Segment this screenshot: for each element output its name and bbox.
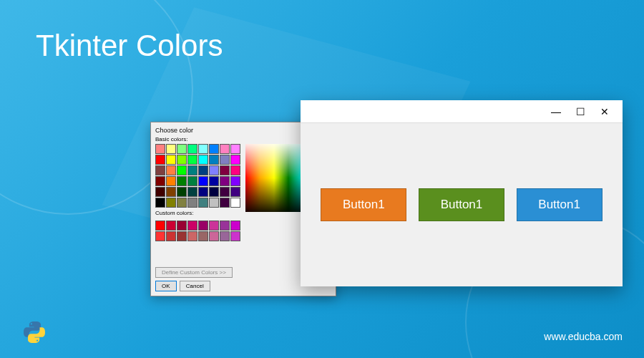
- color-swatch[interactable]: [166, 198, 176, 208]
- color-swatch[interactable]: [209, 187, 219, 197]
- custom-color-swatch[interactable]: [198, 231, 208, 241]
- color-swatch[interactable]: [187, 155, 197, 165]
- custom-color-swatch[interactable]: [155, 221, 165, 231]
- color-swatch[interactable]: [166, 187, 176, 197]
- window-titlebar: — ☐ ✕: [301, 100, 623, 123]
- color-swatch[interactable]: [230, 198, 240, 208]
- custom-color-swatch[interactable]: [230, 231, 240, 241]
- custom-color-swatch[interactable]: [166, 221, 176, 231]
- close-icon[interactable]: ✕: [592, 103, 617, 120]
- custom-color-swatch[interactable]: [198, 221, 208, 231]
- color-swatch[interactable]: [177, 198, 187, 208]
- color-swatch[interactable]: [187, 165, 197, 175]
- color-swatch[interactable]: [177, 165, 187, 175]
- custom-color-swatch[interactable]: [187, 231, 197, 241]
- color-swatch[interactable]: [187, 187, 197, 197]
- color-swatch[interactable]: [177, 176, 187, 186]
- color-swatch[interactable]: [155, 144, 165, 154]
- color-swatch[interactable]: [177, 155, 187, 165]
- color-swatch[interactable]: [198, 165, 208, 175]
- color-swatch[interactable]: [209, 155, 219, 165]
- watermark-text: www.educba.com: [544, 331, 623, 342]
- color-swatch[interactable]: [230, 155, 240, 165]
- custom-color-swatch[interactable]: [177, 221, 187, 231]
- color-swatch[interactable]: [155, 165, 165, 175]
- tkinter-window: — ☐ ✕ Button1 Button1 Button1: [301, 100, 623, 286]
- color-swatch[interactable]: [177, 187, 187, 197]
- page-title: Tkinter Colors: [36, 29, 223, 63]
- color-swatch[interactable]: [187, 144, 197, 154]
- color-swatch[interactable]: [155, 155, 165, 165]
- color-swatch[interactable]: [230, 176, 240, 186]
- button-1-green[interactable]: Button1: [419, 188, 504, 221]
- button-1-orange[interactable]: Button1: [321, 188, 406, 221]
- custom-color-swatch[interactable]: [209, 221, 219, 231]
- custom-color-swatch[interactable]: [177, 231, 187, 241]
- custom-color-swatch[interactable]: [166, 231, 176, 241]
- color-swatch[interactable]: [166, 155, 176, 165]
- python-logo-icon: [21, 319, 47, 345]
- custom-color-swatch[interactable]: [230, 221, 240, 231]
- color-swatch[interactable]: [230, 187, 240, 197]
- button-1-blue[interactable]: Button1: [517, 188, 602, 221]
- color-swatch[interactable]: [220, 165, 230, 175]
- custom-color-swatch[interactable]: [209, 231, 219, 241]
- color-swatch[interactable]: [155, 176, 165, 186]
- cancel-button[interactable]: Cancel: [180, 281, 210, 291]
- color-swatch[interactable]: [230, 165, 240, 175]
- minimize-icon[interactable]: —: [544, 103, 568, 120]
- color-swatch[interactable]: [187, 198, 197, 208]
- color-swatch[interactable]: [220, 144, 230, 154]
- color-swatch[interactable]: [187, 176, 197, 186]
- color-swatch[interactable]: [220, 176, 230, 186]
- color-swatch[interactable]: [198, 155, 208, 165]
- color-swatch[interactable]: [230, 144, 240, 154]
- color-swatch[interactable]: [166, 144, 176, 154]
- color-swatch[interactable]: [166, 176, 176, 186]
- color-swatch[interactable]: [198, 187, 208, 197]
- color-swatch[interactable]: [209, 165, 219, 175]
- maximize-icon[interactable]: ☐: [568, 103, 592, 120]
- basic-colors-grid: [155, 144, 241, 208]
- custom-color-swatch[interactable]: [187, 221, 197, 231]
- color-swatch[interactable]: [209, 144, 219, 154]
- color-swatch[interactable]: [220, 198, 230, 208]
- color-swatch[interactable]: [220, 155, 230, 165]
- custom-color-swatch[interactable]: [220, 221, 230, 231]
- color-swatch[interactable]: [198, 198, 208, 208]
- custom-color-swatch[interactable]: [155, 231, 165, 241]
- color-swatch[interactable]: [220, 187, 230, 197]
- window-body: Button1 Button1 Button1: [301, 123, 623, 286]
- color-swatch[interactable]: [209, 198, 219, 208]
- color-swatch[interactable]: [155, 198, 165, 208]
- color-swatch[interactable]: [177, 144, 187, 154]
- ok-button[interactable]: OK: [155, 281, 177, 291]
- define-custom-button[interactable]: Define Custom Colors >>: [155, 267, 233, 278]
- color-swatch[interactable]: [166, 165, 176, 175]
- color-swatch[interactable]: [198, 144, 208, 154]
- color-swatch[interactable]: [209, 176, 219, 186]
- color-swatch[interactable]: [155, 187, 165, 197]
- custom-color-swatch[interactable]: [220, 231, 230, 241]
- color-swatch[interactable]: [198, 176, 208, 186]
